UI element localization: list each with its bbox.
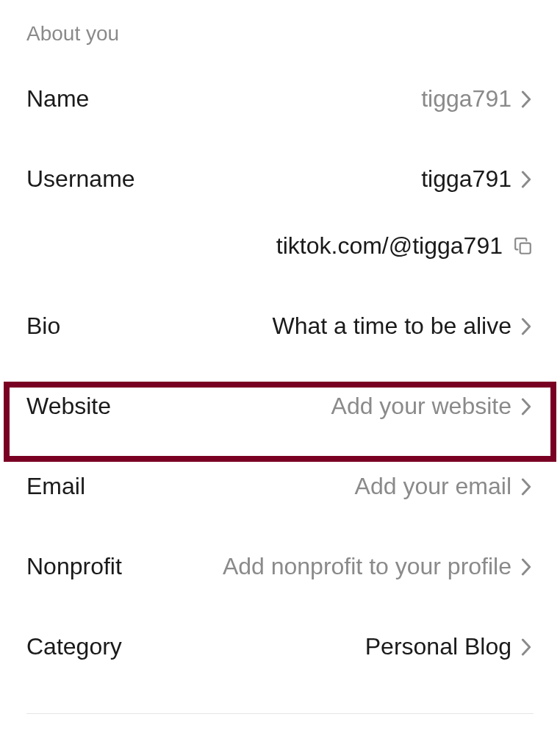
chevron-right-icon bbox=[519, 557, 534, 577]
chevron-right-icon bbox=[519, 316, 534, 337]
row-website[interactable]: Website Add your website bbox=[0, 366, 560, 446]
email-value-wrap: Add your email bbox=[355, 473, 534, 500]
chevron-right-icon bbox=[519, 169, 534, 190]
row-nonprofit[interactable]: Nonprofit Add nonprofit to your profile bbox=[0, 527, 560, 607]
website-value-wrap: Add your website bbox=[331, 393, 534, 420]
row-bio[interactable]: Bio What a time to be alive bbox=[0, 286, 560, 366]
profile-url-text: tiktok.com/@tigga791 bbox=[276, 232, 503, 260]
category-label: Category bbox=[26, 633, 122, 660]
row-email[interactable]: Email Add your email bbox=[0, 446, 560, 527]
email-label: Email bbox=[26, 473, 85, 500]
username-value: tigga791 bbox=[421, 165, 511, 193]
bio-label: Bio bbox=[26, 313, 60, 340]
name-label: Name bbox=[26, 85, 89, 113]
row-username[interactable]: Username tigga791 bbox=[0, 139, 560, 219]
username-value-wrap: tigga791 bbox=[421, 165, 534, 193]
divider bbox=[26, 713, 534, 714]
bio-value-wrap: What a time to be alive bbox=[273, 313, 534, 340]
chevron-right-icon bbox=[519, 477, 534, 497]
name-value: tigga791 bbox=[421, 85, 511, 113]
chevron-right-icon bbox=[519, 396, 534, 417]
nonprofit-value-wrap: Add nonprofit to your profile bbox=[223, 553, 534, 580]
website-placeholder: Add your website bbox=[331, 393, 511, 420]
row-profile-url[interactable]: tiktok.com/@tigga791 bbox=[0, 219, 560, 286]
email-placeholder: Add your email bbox=[355, 473, 511, 500]
copy-icon[interactable] bbox=[513, 236, 534, 257]
nonprofit-placeholder: Add nonprofit to your profile bbox=[223, 553, 511, 580]
bio-value: What a time to be alive bbox=[273, 313, 511, 340]
website-label: Website bbox=[26, 393, 111, 420]
chevron-right-icon bbox=[519, 637, 534, 657]
username-label: Username bbox=[26, 165, 135, 193]
section-header: About you bbox=[0, 0, 560, 59]
nonprofit-label: Nonprofit bbox=[26, 553, 122, 580]
category-value-wrap: Personal Blog bbox=[365, 633, 534, 660]
row-name[interactable]: Name tigga791 bbox=[0, 59, 560, 139]
chevron-right-icon bbox=[519, 89, 534, 110]
category-value: Personal Blog bbox=[365, 633, 511, 660]
row-category[interactable]: Category Personal Blog bbox=[0, 607, 560, 687]
name-value-wrap: tigga791 bbox=[421, 85, 534, 113]
svg-rect-0 bbox=[520, 243, 531, 253]
